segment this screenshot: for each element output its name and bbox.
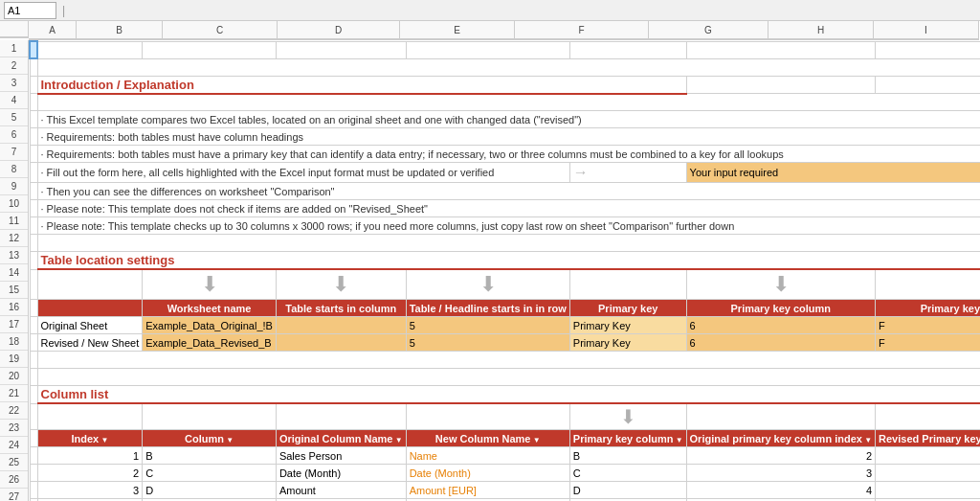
cell-a6[interactable] (30, 128, 37, 146)
row-1[interactable]: 1 (0, 40, 28, 57)
cell-a3[interactable] (30, 76, 37, 94)
cell-c1[interactable] (143, 41, 277, 58)
name-box[interactable] (4, 2, 56, 19)
cell-a23[interactable] (30, 447, 37, 465)
row-16-original-sheet: Original Sheet Example_Data_Original_!B … (30, 317, 980, 334)
cell-pk-col1-rev[interactable]: 6 (686, 334, 875, 352)
col-th-index[interactable]: Index (37, 430, 143, 447)
row-16[interactable]: 16 (0, 299, 28, 316)
row-7[interactable]: 7 (0, 144, 28, 161)
row-5[interactable]: 5 (0, 109, 28, 126)
row-10[interactable]: 10 (0, 195, 28, 213)
row-8[interactable]: 8 (0, 161, 28, 178)
row-4[interactable]: 4 (0, 92, 28, 109)
cell-starts-col-rev[interactable] (276, 334, 406, 352)
row-22[interactable]: 22 (0, 402, 28, 420)
cell-a24[interactable] (30, 465, 37, 482)
cell-d1[interactable] (276, 41, 406, 58)
col-th-pk-col[interactable]: Primary key column (569, 430, 686, 447)
cell-a19[interactable] (30, 369, 37, 386)
cell-b4[interactable] (37, 94, 980, 111)
cell-starts-row-orig[interactable]: 5 (406, 317, 569, 334)
cell-a1[interactable] (30, 41, 37, 58)
row-14[interactable]: 14 (0, 264, 28, 282)
cell-a14[interactable] (30, 269, 37, 300)
cell-a9[interactable] (30, 183, 37, 200)
cell-b2[interactable] (37, 58, 980, 76)
row-17[interactable]: 17 (0, 316, 28, 333)
col-th-column[interactable]: Column (143, 430, 277, 447)
cell-a15[interactable] (30, 300, 37, 317)
col-idx-2: 2 (37, 465, 143, 482)
cell-e1[interactable] (406, 41, 569, 58)
cell-g1[interactable] (686, 41, 875, 58)
row-21[interactable]: 21 (0, 385, 28, 402)
row-24[interactable]: 24 (0, 437, 28, 454)
cell-b12[interactable] (37, 235, 980, 252)
col-header-a[interactable]: A (29, 21, 77, 38)
row-11[interactable]: 11 (0, 213, 28, 230)
cell-a18[interactable] (30, 352, 37, 369)
col-header-g[interactable]: G (649, 21, 768, 38)
col-header-f[interactable]: F (515, 21, 649, 38)
cell-pk-orig[interactable]: Primary Key (569, 317, 686, 334)
col-header-c[interactable]: C (163, 21, 278, 38)
row-13[interactable]: 13 (0, 247, 28, 264)
cell-b1[interactable] (37, 41, 143, 58)
row-15[interactable]: 15 (0, 282, 28, 299)
cell-a4[interactable] (30, 94, 37, 111)
col-header-e[interactable]: E (400, 21, 515, 38)
cell-a20[interactable] (30, 386, 37, 404)
cell-a25[interactable] (30, 482, 37, 499)
cell-f8[interactable]: → (569, 163, 686, 183)
cell-a2[interactable] (30, 58, 37, 76)
cell-a5[interactable] (30, 111, 37, 128)
cell-g3[interactable] (686, 76, 875, 94)
cell-a10[interactable] (30, 200, 37, 217)
col-th-new-name[interactable]: New Column Name (406, 430, 569, 447)
col-th-orig-name[interactable]: Original Column Name (276, 430, 406, 447)
row-26[interactable]: 26 (0, 471, 28, 489)
col-th-orig-idx[interactable]: Original primary key column index (686, 430, 875, 447)
cell-a17[interactable] (30, 334, 37, 352)
row-27[interactable]: 27 (0, 489, 28, 501)
cell-a12[interactable] (30, 235, 37, 252)
cell-a16[interactable] (30, 317, 37, 334)
cell-a7[interactable] (30, 146, 37, 163)
cell-pk-col2-orig[interactable]: F (876, 317, 980, 334)
cell-info-3: · Requirements: both tables must have a … (37, 146, 980, 163)
cell-starts-col-orig[interactable] (276, 317, 406, 334)
row-25[interactable]: 25 (0, 454, 28, 471)
cell-pk-col2-rev[interactable]: F (876, 334, 980, 352)
row-18[interactable]: 18 (0, 333, 28, 351)
cell-worksheet-orig[interactable]: Example_Data_Original_!B (143, 317, 277, 334)
cell-h1[interactable] (876, 41, 980, 58)
col-header-d[interactable]: D (278, 21, 400, 38)
cell-a11[interactable] (30, 217, 37, 235)
col-header-i[interactable]: I (874, 21, 979, 38)
cell-a8[interactable] (30, 163, 37, 183)
row-23[interactable]: 23 (0, 420, 28, 437)
row-9[interactable]: 9 (0, 178, 28, 195)
cell-a13[interactable] (30, 252, 37, 270)
cell-h3[interactable] (876, 76, 980, 94)
cell-starts-row-rev[interactable]: 5 (406, 334, 569, 352)
cell-a21[interactable] (30, 403, 37, 430)
row-20[interactable]: 20 (0, 368, 28, 385)
row-2[interactable]: 2 (0, 57, 28, 75)
row-19[interactable]: 19 (0, 351, 28, 368)
cell-b18[interactable] (37, 352, 980, 369)
row-6[interactable]: 6 (0, 126, 28, 144)
cell-a22[interactable] (30, 430, 37, 447)
col-th-rev-idx[interactable]: Revised Primary key column index (876, 430, 980, 447)
col-header-h[interactable]: H (768, 21, 874, 38)
row-3[interactable]: 3 (0, 75, 28, 92)
cell-b19[interactable] (37, 369, 980, 386)
cell-f1[interactable] (569, 41, 686, 58)
cell-pk-rev[interactable]: Primary Key (569, 334, 686, 352)
arrow-down-2: ⬇ (276, 269, 406, 300)
col-header-b[interactable]: B (77, 21, 163, 38)
cell-worksheet-rev[interactable]: Example_Data_Revised_B (143, 334, 277, 352)
cell-pk-col1-orig[interactable]: 6 (686, 317, 875, 334)
row-12[interactable]: 12 (0, 230, 28, 247)
